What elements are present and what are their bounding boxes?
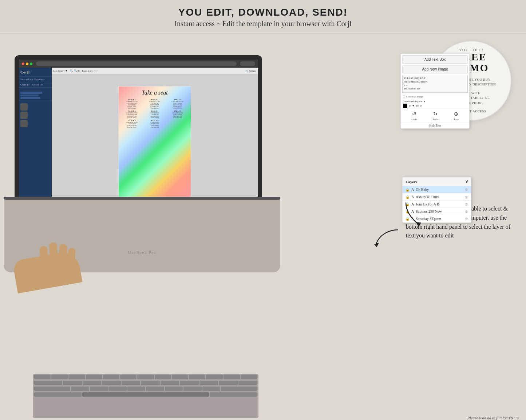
header-banner: YOU EDIT, DOWNLOAD, SEND! Instant access… (0, 0, 526, 33)
lock-icon-1: 🔒 (406, 188, 410, 192)
header-title: YOU EDIT, DOWNLOAD, SEND! (0, 7, 526, 18)
seating-tables: TABLE 1 SARAH BERGMANCAROL BRAEKERJASON … (119, 97, 191, 130)
toolbar-cart: 🛒 Orders (245, 69, 256, 72)
main-area: Corjl NoorayParty Templates Order Id: 15… (0, 33, 526, 420)
layers-header: Layers ∨ (403, 177, 471, 186)
undo-icon: ↺ (412, 111, 416, 117)
redo-button[interactable]: ↻ Redo (432, 111, 438, 121)
close-dot (22, 63, 24, 65)
text-preview: PLEASE JOIN US FOR A BRIDAL BRUNCHIN HON… (402, 75, 468, 93)
sidebar-icons (19, 102, 52, 129)
redo-label: Redo (432, 118, 438, 121)
table-1: TABLE 1 SARAH BERGMANCAROL BRAEKERJASON … (121, 99, 143, 109)
layer-item-oh-baby[interactable]: 🔒 A Oh Baby 🗑 (403, 186, 471, 193)
svg-marker-1 (416, 222, 421, 227)
type-icon-1: A (411, 188, 414, 192)
seating-chart-title: Take a seat (119, 87, 191, 96)
laptop-keyboard (33, 374, 258, 418)
delete-icon-2[interactable]: 🗑 (465, 195, 468, 199)
table-6: TABLE 6 SAMANTHA JONESCAREY JONESJOHN MU… (166, 110, 189, 119)
font-settings: Garamond Regular ▼ 14 ▼ B I U (401, 99, 469, 109)
style-text-label: Style Text (401, 123, 469, 128)
editor-main: best fond 4 ▼ 🔍 🔍 ⊞ Page 1 of 1 < > 🛒 Or… (52, 68, 258, 211)
undo-label: Undo (411, 118, 417, 121)
minimize-dot (26, 63, 28, 65)
table-8: TABLE 8 SAMANTHA JONESCAREY BASEJOHN MUT… (121, 120, 143, 128)
layers-chevron: ∨ (465, 179, 468, 184)
toolbar-text: best fond 4 ▼ (53, 69, 68, 72)
browser-content: Corjl NoorayParty Templates Order Id: 15… (19, 68, 258, 211)
undo-button[interactable]: ↺ Undo (411, 111, 417, 121)
snap-label: Snap (454, 118, 459, 121)
add-text-box-button[interactable]: Add Text Box (402, 55, 468, 64)
seating-chart: Take a seat TABLE 1 SARAH BERGMANCAROL B… (118, 86, 191, 199)
delete-icon-3[interactable]: 🗑 (465, 203, 468, 206)
restore-label: ☑ Restore as Image (401, 94, 469, 99)
laptop-container: Corjl NoorayParty Templates Order Id: 15… (0, 33, 284, 361)
delete-icon-4[interactable]: 🗑 (465, 210, 468, 213)
toolbar-page: Page 1 of 1 < > (82, 69, 98, 72)
delete-icon-5[interactable]: 🗑 (465, 217, 468, 221)
snap-button[interactable]: ⊕ Snap (454, 111, 459, 121)
laptop-screen-outer: Corjl NoorayParty Templates Order Id: 15… (15, 55, 262, 215)
type-icon-2: A (411, 195, 414, 199)
browser-buttons (240, 61, 255, 66)
layer-name-oh-baby: Oh Baby (416, 188, 463, 192)
arrow-left (372, 226, 402, 249)
layers-title: Layers (406, 180, 417, 184)
footer-note: Please read ad in full for T&C's (467, 416, 519, 420)
layer-name-ashley-chris: Ashley & Chris (416, 195, 463, 199)
order-id: Order Id: 1500758194 (19, 82, 52, 88)
corjl-right-panel: Add Text Box Add New Image PLEASE JOIN U… (400, 53, 470, 129)
delete-icon-1[interactable]: 🗑 (465, 188, 468, 192)
lock-icon-2: 🔒 (406, 195, 410, 199)
redo-icon: ↻ (433, 111, 438, 117)
table-3: TABLE 3 CAROL BRADSHAWCAREY JONESJOHN TA… (166, 99, 189, 109)
hand-area (11, 237, 91, 288)
editor-canvas[interactable]: Take a seat TABLE 1 SARAH BERGMANCAROL B… (52, 74, 258, 211)
corjl-logo: Corjl (19, 68, 52, 77)
add-new-image-button[interactable]: Add New Image (402, 65, 468, 73)
editor-toolbar: best fond 4 ▼ 🔍 🔍 ⊞ Page 1 of 1 < > 🛒 Or… (52, 68, 258, 74)
corjl-sidebar: Corjl NoorayParty Templates Order Id: 15… (19, 68, 52, 211)
address-bar[interactable] (36, 61, 237, 66)
panel-tools: ↺ Undo ↻ Redo ⊕ Snap (401, 109, 469, 123)
laptop-screen-inner: Corjl NoorayParty Templates Order Id: 15… (19, 60, 258, 211)
header-subtitle: Instant access ~ Edit the template in yo… (0, 20, 526, 28)
table-5: TABLE 5 SARAH JONESCAROL BASEJOHN TAYLOR… (144, 110, 166, 119)
table-9: TABLE 9 CAREY JONESJOHN TAYLORROBIN MILL… (144, 120, 166, 128)
snap-icon: ⊕ (454, 111, 458, 117)
laptop-hinge (4, 197, 280, 200)
browser-bar (19, 60, 258, 68)
arrow-down-right (399, 199, 424, 229)
table-4: TABLE 4 SAMANTHA JONESCARLS BRAEKERJOHN … (121, 110, 143, 119)
table-2: TABLE 2 SAMANTHA JONESCAREY BASEJOHN MUT… (144, 99, 166, 109)
toolbar-zoom: 🔍 🔍 ⊞ (70, 69, 80, 72)
maximize-dot (30, 63, 32, 65)
menu-item-1 (19, 91, 52, 100)
corjl-brand: NoorayParty Templates (19, 77, 52, 82)
